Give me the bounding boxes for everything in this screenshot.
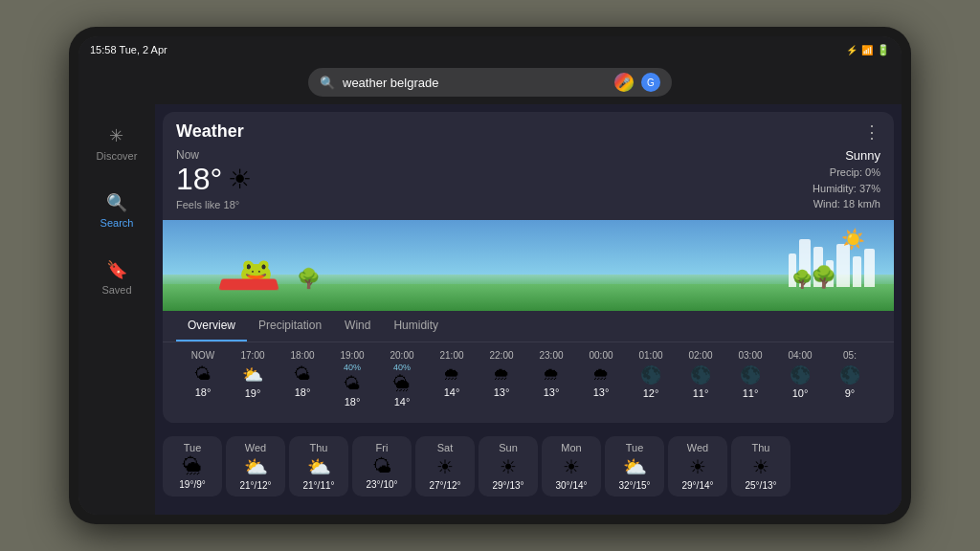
weather-tabs: Overview Precipitation Wind Humidity	[163, 311, 894, 342]
hourly-temp: 10°	[792, 387, 809, 399]
daily-day: Thu	[752, 442, 770, 453]
sidebar-label-discover: Discover	[97, 150, 138, 162]
hourly-item: 01:00 🌑 12°	[626, 346, 676, 411]
sun-illustration: ☀️	[841, 228, 865, 251]
weather-menu-icon[interactable]: ⋮	[863, 121, 880, 143]
hourly-section: NOW 🌤 18° 17:00 ⛅ 19° 18:00 🌤 18° 19:00 …	[170, 342, 886, 423]
search-input[interactable]	[343, 76, 607, 90]
search-sidebar-icon: 🔍	[106, 192, 127, 213]
daily-day: Thu	[310, 442, 328, 453]
hourly-item: 23:00 🌧 13°	[526, 346, 576, 411]
hourly-item: NOW 🌤 18°	[178, 346, 228, 411]
hourly-item: 03:00 🌑 11°	[725, 346, 775, 411]
daily-icon: ☀	[563, 455, 580, 478]
daily-item: Wed ☀ 29°/14°	[668, 436, 727, 496]
hourly-time: 02:00	[688, 350, 712, 361]
now-label: Now	[176, 148, 252, 162]
daily-icon: 🌤	[372, 455, 391, 477]
tablet: 15:58 Tue, 2 Apr ⚡ 📶 🔋 🔍 🎤 G ✳ Disco	[69, 27, 911, 524]
hourly-temp: 13°	[494, 386, 510, 398]
daily-icon: 🌦	[183, 455, 202, 477]
tab-precipitation[interactable]: Precipitation	[247, 311, 333, 342]
weather-illustration: 🌳 🌳 🌳 🐸 ☀️	[163, 220, 894, 311]
hourly-item: 19:00 40% 🌤 18°	[327, 346, 377, 411]
hourly-time: 00:00	[589, 350, 612, 361]
daily-temp: 23°/10°	[366, 479, 397, 490]
daily-temp: 19°/9°	[179, 479, 205, 490]
hourly-icon: 🌧	[543, 364, 560, 385]
weather-icon: ☀	[228, 164, 252, 195]
screen: 15:58 Tue, 2 Apr ⚡ 📶 🔋 🔍 🎤 G ✳ Disco	[78, 36, 902, 515]
sidebar: ✳ Discover 🔍 Search 🔖 Saved	[78, 104, 155, 515]
weather-now-left: Now 18° ☀ Feels like 18°	[176, 148, 252, 210]
condition-text: Sunny	[813, 148, 880, 163]
search-bar-row: 🔍 🎤 G	[78, 63, 902, 104]
search-lens-icon: 🔍	[320, 76, 335, 90]
hourly-temp: 18°	[195, 386, 212, 398]
hourly-time: NOW	[191, 350, 214, 361]
hourly-precip: 40%	[344, 363, 361, 372]
wind-detail: Wind: 18 km/h	[813, 196, 880, 212]
status-time: 15:58 Tue, 2 Apr	[90, 44, 167, 55]
sidebar-label-saved: Saved	[101, 284, 131, 296]
hourly-row: NOW 🌤 18° 17:00 ⛅ 19° 18:00 🌤 18° 19:00 …	[170, 342, 886, 415]
daily-item: Tue ⛅ 32°/15°	[605, 436, 664, 496]
search-bar[interactable]: 🔍 🎤 G	[308, 68, 672, 97]
daily-item: Mon ☀ 30°/14°	[542, 436, 601, 496]
daily-temp: 30°/14°	[555, 480, 587, 491]
hourly-temp: 11°	[693, 387, 709, 399]
hourly-item: 21:00 🌧 14°	[427, 346, 477, 411]
content-area: Weather ⋮ Now 18° ☀ Feels like 18°	[155, 104, 902, 515]
daily-item: Sun ☀ 29°/13°	[479, 436, 538, 496]
hourly-item: 05: 🌑 9°	[825, 346, 875, 411]
daily-icon: ⛅	[307, 455, 331, 478]
daily-temp: 32°/15°	[618, 480, 650, 491]
feels-like: Feels like 18°	[176, 199, 252, 210]
hourly-time: 03:00	[738, 350, 762, 361]
status-bar: 15:58 Tue, 2 Apr ⚡ 📶 🔋	[78, 36, 902, 63]
sidebar-item-discover[interactable]: ✳ Discover	[91, 120, 144, 167]
hourly-time: 05:	[843, 350, 857, 361]
voice-search-button[interactable]: 🎤	[614, 73, 634, 92]
now-temp: 18° ☀	[176, 162, 252, 197]
daily-icon: ☀	[500, 455, 517, 478]
browser-button[interactable]: G	[641, 73, 660, 92]
hourly-time: 22:00	[489, 350, 513, 361]
hourly-temp: 19°	[245, 387, 261, 399]
daily-temp: 21°/11°	[302, 480, 334, 491]
hourly-icon: 🌑	[740, 364, 761, 386]
hourly-temp: 13°	[544, 386, 560, 398]
hourly-item: 18:00 🌤 18°	[278, 346, 327, 411]
daily-day: Sun	[499, 442, 518, 453]
tab-wind[interactable]: Wind	[333, 311, 382, 342]
daily-day: Mon	[561, 442, 581, 453]
daily-day: Wed	[245, 442, 266, 453]
discover-icon: ✳	[109, 125, 123, 146]
hourly-item: 20:00 40% 🌦 14°	[377, 346, 427, 411]
hourly-temp: 18°	[295, 386, 311, 398]
daily-icon: ☀	[436, 455, 454, 478]
sidebar-item-saved[interactable]: 🔖 Saved	[96, 253, 137, 301]
weather-now-right: Sunny Precip: 0% Humidity: 37% Wind: 18 …	[813, 148, 880, 212]
hourly-precip: 40%	[393, 363, 411, 372]
daily-temp: 29°/13°	[492, 480, 523, 491]
sidebar-item-search[interactable]: 🔍 Search	[95, 187, 140, 234]
hourly-item: 02:00 🌑 11°	[676, 346, 725, 411]
hourly-icon: ⛅	[242, 364, 263, 386]
wifi-icon: 📶	[861, 45, 873, 55]
weather-header: Weather ⋮	[163, 112, 894, 148]
daily-temp: 25°/13°	[745, 480, 776, 491]
bluetooth-icon: ⚡	[846, 45, 858, 55]
hourly-icon: 🌧	[443, 364, 460, 385]
precip-detail: Precip: 0%	[813, 165, 880, 181]
tab-overview[interactable]: Overview	[176, 311, 247, 342]
hourly-icon: 🌤	[344, 374, 361, 394]
daily-icon: ☀	[752, 455, 769, 478]
daily-item: Wed ⛅ 21°/12°	[226, 436, 285, 496]
hourly-time: 18:00	[290, 350, 314, 361]
daily-icon: ⛅	[244, 455, 268, 478]
hourly-time: 04:00	[788, 350, 812, 361]
tab-humidity[interactable]: Humidity	[382, 311, 450, 342]
daily-item: Thu ⛅ 21°/11°	[289, 436, 348, 496]
hourly-icon: 🌤	[194, 364, 212, 385]
